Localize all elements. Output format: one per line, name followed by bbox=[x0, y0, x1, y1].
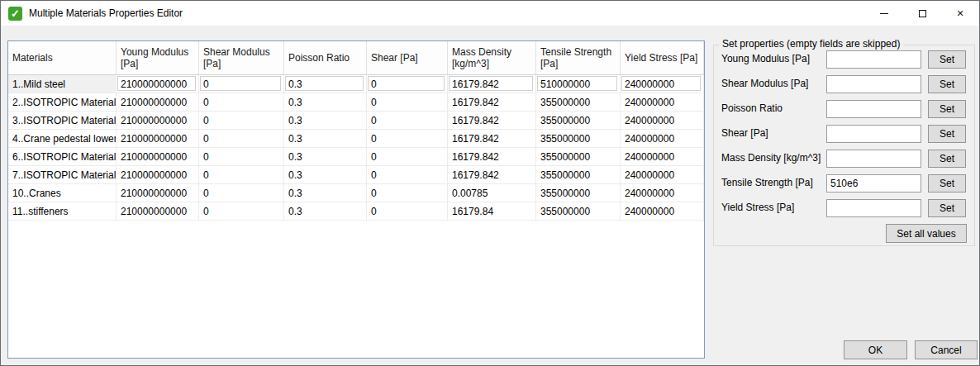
table-cell[interactable]: 355000000 bbox=[536, 93, 621, 112]
material-name-cell[interactable]: 4..Crane pedestal lower bbox=[8, 130, 117, 148]
set-button[interactable]: Set bbox=[928, 125, 966, 143]
set-properties-panel: Set properties (empty fields are skipped… bbox=[713, 45, 975, 246]
table-cell[interactable]: 355000000 bbox=[536, 130, 621, 148]
table-cell[interactable]: 0 bbox=[367, 75, 448, 93]
table-cell[interactable]: 0.3 bbox=[284, 75, 367, 93]
table-cell[interactable]: 0 bbox=[367, 130, 448, 148]
table-cell[interactable]: 355000000 bbox=[536, 112, 621, 130]
table-cell[interactable]: 240000000 bbox=[621, 166, 704, 184]
property-row: Shear Modulus [Pa]Set bbox=[714, 75, 974, 93]
set-all-values-button[interactable]: Set all values bbox=[886, 224, 967, 243]
table-cell[interactable]: 355000000 bbox=[536, 202, 621, 221]
table-cell[interactable]: 0.3 bbox=[284, 148, 367, 166]
table-cell[interactable]: 0 bbox=[367, 148, 448, 166]
material-name-cell[interactable]: 10..Cranes bbox=[8, 184, 117, 202]
material-name-cell[interactable]: 2..ISOTROPIC Material bbox=[8, 93, 117, 112]
table-cell[interactable]: 0 bbox=[199, 166, 284, 184]
property-label: Tensile Strength [Pa] bbox=[721, 177, 813, 188]
table-cell[interactable]: 0 bbox=[367, 202, 448, 221]
property-row: Tensile Strength [Pa]Set bbox=[714, 174, 974, 193]
column-header[interactable]: Tensile Strength [Pa] bbox=[536, 41, 621, 75]
table-cell[interactable]: 210000000000 bbox=[117, 148, 199, 166]
table-cell[interactable]: 0 bbox=[367, 166, 448, 184]
table-cell[interactable]: 0 bbox=[367, 184, 448, 202]
table-cell[interactable]: 0 bbox=[199, 184, 284, 202]
table-cell[interactable]: 240000000 bbox=[621, 202, 704, 221]
column-header[interactable]: Materials bbox=[8, 41, 117, 75]
property-row: Mass Density [kg/m^3]Set bbox=[714, 150, 974, 168]
table-cell[interactable]: 0.3 bbox=[284, 166, 367, 184]
table-cell[interactable]: 0 bbox=[199, 148, 284, 166]
table-cell[interactable]: 16179.842 bbox=[448, 112, 536, 130]
table-cell[interactable]: 0.3 bbox=[284, 202, 367, 221]
property-input[interactable] bbox=[826, 75, 921, 93]
column-header[interactable]: Young Modulus [Pa] bbox=[117, 41, 199, 75]
material-name-cell[interactable]: 3..ISOTROPIC Material bbox=[8, 112, 117, 130]
property-input[interactable] bbox=[826, 174, 921, 193]
table-cell[interactable]: 240000000 bbox=[621, 112, 704, 130]
table-cell[interactable]: 210000000000 bbox=[117, 75, 199, 93]
maximize-button[interactable] bbox=[903, 1, 941, 26]
ok-button[interactable]: OK bbox=[844, 340, 907, 359]
table-cell[interactable]: 355000000 bbox=[536, 166, 621, 184]
table-cell[interactable]: 0 bbox=[367, 93, 448, 112]
table-cell[interactable]: 16179.84 bbox=[448, 202, 536, 221]
property-input[interactable] bbox=[826, 150, 921, 168]
property-input[interactable] bbox=[826, 100, 921, 118]
table-cell[interactable]: 210000000000 bbox=[117, 202, 199, 221]
cancel-button[interactable]: Cancel bbox=[915, 340, 978, 359]
column-header[interactable]: Poisson Ratio bbox=[284, 41, 367, 75]
table-cell[interactable]: 0.3 bbox=[284, 184, 367, 202]
table-cell[interactable]: 0 bbox=[199, 130, 284, 148]
table-cell[interactable]: 0.00785 bbox=[448, 184, 536, 202]
table-cell[interactable]: 210000000000 bbox=[117, 166, 199, 184]
table-cell[interactable]: 240000000 bbox=[621, 75, 704, 93]
table-cell[interactable]: 0 bbox=[199, 93, 284, 112]
table-cell[interactable]: 355000000 bbox=[536, 184, 621, 202]
table-cell[interactable]: 16179.842 bbox=[448, 148, 536, 166]
table-cell[interactable]: 16179.842 bbox=[448, 75, 536, 93]
table-cell[interactable]: 240000000 bbox=[621, 148, 704, 166]
table-cell[interactable]: 0 bbox=[199, 202, 284, 221]
table-cell[interactable]: 210000000000 bbox=[117, 112, 199, 130]
table-cell[interactable]: 16179.842 bbox=[448, 93, 536, 112]
table-cell[interactable]: 0.3 bbox=[284, 112, 367, 130]
material-name-cell[interactable]: 11..stiffeners bbox=[8, 202, 117, 221]
close-button[interactable]: ✕ bbox=[941, 1, 979, 26]
property-input[interactable] bbox=[826, 199, 921, 217]
material-name-cell[interactable]: 1..Mild steel bbox=[8, 75, 117, 93]
set-button[interactable]: Set bbox=[928, 174, 966, 193]
table-cell[interactable]: 355000000 bbox=[536, 148, 621, 166]
table-cell[interactable]: 210000000000 bbox=[117, 130, 199, 148]
table-cell[interactable]: 0 bbox=[199, 75, 284, 93]
column-header[interactable]: Shear [Pa] bbox=[367, 41, 448, 75]
material-name-cell[interactable]: 6..ISOTROPIC Material bbox=[8, 148, 117, 166]
table-cell[interactable]: 240000000 bbox=[621, 130, 704, 148]
table-cell[interactable]: 16179.842 bbox=[448, 130, 536, 148]
property-input[interactable] bbox=[826, 50, 921, 69]
set-button[interactable]: Set bbox=[928, 100, 966, 118]
table-cell[interactable]: 240000000 bbox=[621, 184, 704, 202]
set-button[interactable]: Set bbox=[928, 50, 966, 69]
set-button[interactable]: Set bbox=[928, 75, 966, 93]
material-name-cell[interactable]: 7..ISOTROPIC Material bbox=[8, 166, 117, 184]
table-row: 4..Crane pedestal lower21000000000000.30… bbox=[8, 130, 704, 148]
set-button[interactable]: Set bbox=[928, 199, 966, 217]
table-cell[interactable]: 0.3 bbox=[284, 93, 367, 112]
table-cell[interactable]: 0 bbox=[367, 112, 448, 130]
table-row: 6..ISOTROPIC Material21000000000000.3016… bbox=[8, 148, 704, 166]
table-cell[interactable]: 0.3 bbox=[284, 130, 367, 148]
table-cell[interactable]: 240000000 bbox=[621, 93, 704, 112]
table-cell[interactable]: 0 bbox=[199, 112, 284, 130]
column-header[interactable]: Yield Stress [Pa] bbox=[621, 41, 704, 75]
column-header[interactable]: Mass Density [kg/m^3] bbox=[448, 41, 536, 75]
set-button[interactable]: Set bbox=[928, 150, 966, 168]
table-cell[interactable]: 210000000000 bbox=[117, 93, 199, 112]
table-cell[interactable]: 16179.842 bbox=[448, 166, 536, 184]
table-cell[interactable]: 510000000 bbox=[536, 75, 621, 93]
minimize-button[interactable] bbox=[865, 1, 903, 26]
table-cell[interactable]: 210000000000 bbox=[117, 184, 199, 202]
column-header[interactable]: Shear Modulus [Pa] bbox=[199, 41, 284, 75]
property-input[interactable] bbox=[826, 125, 921, 143]
dialog-window: ✓ Multiple Materials Properties Editor ✕… bbox=[0, 0, 980, 366]
